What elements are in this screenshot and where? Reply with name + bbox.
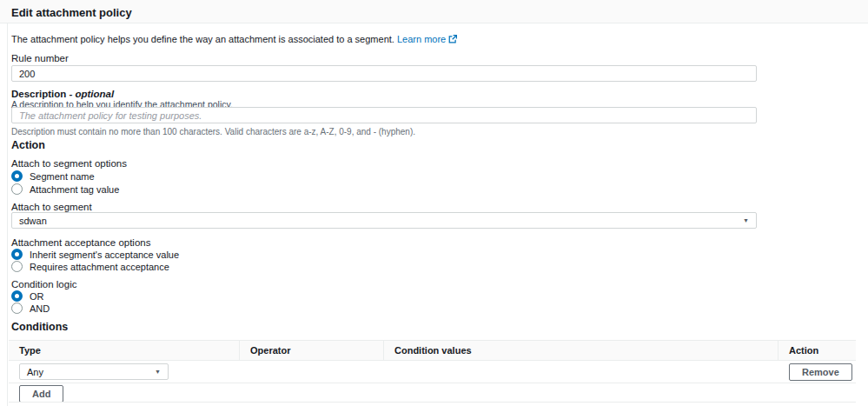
radio-or[interactable]: OR [11,290,44,302]
attach-options-label: Attach to segment options [11,158,127,169]
conditions-table-header: Type Operator Condition values Action [9,340,856,361]
select-value: Any [27,367,43,377]
attach-to-segment-select[interactable]: sdwan ▼ [11,212,757,229]
page-title: Edit attachment policy [11,6,132,19]
rule-number-input[interactable] [11,65,757,82]
add-button[interactable]: Add [19,385,63,403]
description-constraint-text: Description must contain no more than 10… [11,127,415,136]
panel-bottom-border [9,402,856,403]
radio-icon[interactable] [11,303,23,314]
chevron-down-icon: ▼ [155,369,161,375]
description-label: Description - optional [11,89,114,99]
column-header-action: Action [779,341,856,360]
radio-icon[interactable] [11,261,23,272]
edit-attachment-policy-panel: Edit attachment policy The attachment po… [0,0,868,406]
radio-and[interactable]: AND [11,303,50,314]
action-section-heading: Action [11,139,45,151]
column-header-condition-values: Condition values [384,341,779,360]
description-optional-suffix: - optional [69,89,114,99]
condition-row: Any ▼ Remove [9,361,856,383]
panel-left-border [7,0,8,406]
radio-icon[interactable] [11,183,23,195]
radio-icon[interactable] [11,249,23,260]
description-input[interactable] [11,107,757,123]
radio-label: Inherit segment's acceptance value [30,250,179,260]
intro-sentence: The attachment policy helps you define t… [11,34,394,44]
conditions-section-heading: Conditions [11,321,68,333]
condition-logic-label: Condition logic [11,279,76,290]
rule-number-label: Rule number [11,53,69,63]
radio-segment-name[interactable]: Segment name [11,170,95,182]
attach-to-segment-label: Attach to segment [11,202,92,212]
learn-more-link[interactable]: Learn more [397,34,446,44]
radio-label: OR [30,291,44,302]
external-link-icon [448,35,457,45]
radio-icon[interactable] [11,290,23,302]
radio-label: AND [30,303,50,314]
chevron-down-icon: ▼ [743,217,749,223]
condition-type-select[interactable]: Any ▼ [19,363,169,380]
radio-label: Requires attachment acceptance [30,262,169,272]
remove-button[interactable]: Remove [789,363,852,381]
acceptance-options-label: Attachment acceptance options [11,237,150,248]
intro-text: The attachment policy helps you define t… [11,34,457,45]
radio-inherit-acceptance[interactable]: Inherit segment's acceptance value [11,249,179,260]
radio-requires-acceptance[interactable]: Requires attachment acceptance [11,261,169,272]
condition-action-cell: Remove [779,363,856,381]
column-header-type: Type [9,341,240,360]
conditions-table: Type Operator Condition values Action An… [9,340,856,383]
column-header-operator: Operator [240,341,384,360]
radio-label: Segment name [30,171,95,182]
radio-attachment-tag-value[interactable]: Attachment tag value [11,183,119,195]
radio-icon[interactable] [11,170,23,182]
condition-type-cell: Any ▼ [9,363,240,380]
radio-label: Attachment tag value [30,184,119,195]
select-value: sdwan [19,216,47,226]
